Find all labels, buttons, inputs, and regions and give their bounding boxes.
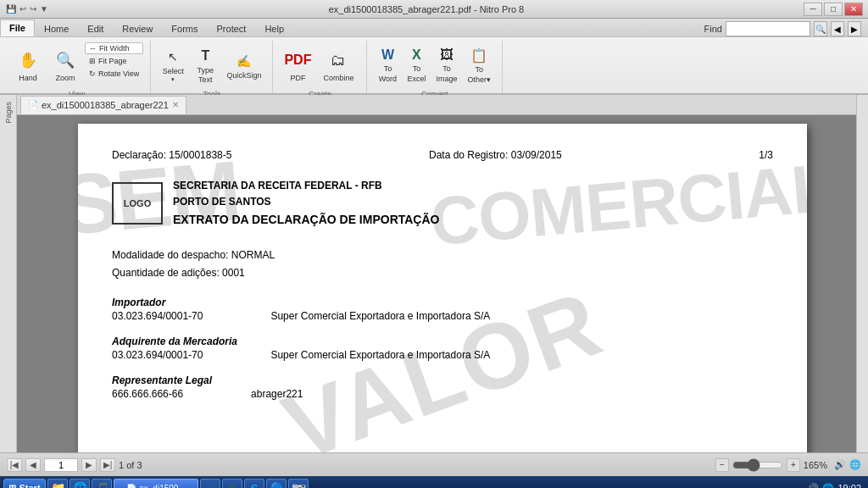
- adquirente-label: Adquirente da Mercadoria: [112, 336, 773, 347]
- tab-protect[interactable]: Protect: [208, 19, 256, 36]
- taskbar-word-icon[interactable]: W: [200, 479, 220, 488]
- zoom-slider[interactable]: [732, 462, 783, 469]
- document-area: 📄 ex_di1500018385_abrager221 ✕ Pages SEM…: [0, 95, 868, 452]
- to-image-icon: 🖼: [440, 47, 453, 63]
- prev-page-button[interactable]: ◀: [25, 458, 41, 472]
- taskbar-media-icon[interactable]: 🎵: [92, 479, 112, 488]
- find-next-button[interactable]: ▶: [848, 21, 861, 36]
- pdf-document: SEM COMERCIAL VALOR Declaração: 15/00018…: [78, 124, 807, 452]
- taskbar-excel-icon[interactable]: X: [222, 479, 242, 488]
- view-options: ↔ Fit Width ⊞ Fit Page ↻ Rotate View: [85, 42, 143, 80]
- fit-width-button[interactable]: ↔ Fit Width: [85, 42, 143, 54]
- to-other-icon: 📋: [470, 47, 487, 64]
- hand-tool-button[interactable]: ✋ Hand: [10, 42, 46, 88]
- page-input[interactable]: [44, 458, 78, 472]
- rotate-view-button[interactable]: ↻ Rotate View: [85, 68, 143, 80]
- zoom-out-button[interactable]: −: [715, 458, 729, 472]
- quicksign-label: QuickSign: [226, 71, 261, 80]
- create-group-inner: PDF PDF 🗂 Combine: [280, 41, 359, 90]
- taskbar-skype-icon[interactable]: S: [244, 479, 264, 488]
- org-name2: PORTO DE SANTOS: [173, 194, 439, 210]
- minimize-button[interactable]: ─: [804, 3, 822, 16]
- next-page-button[interactable]: ▶: [81, 458, 97, 472]
- representante-row: 666.666.666-66 abrager221: [112, 388, 773, 400]
- ribbon-group-convert: W To Word X To Excel 🖼 To Image 📋 To: [367, 41, 503, 93]
- tab-home[interactable]: Home: [35, 19, 78, 36]
- page-of-text: 1 of 3: [119, 460, 142, 470]
- to-excel-label2: Excel: [407, 75, 426, 83]
- close-button[interactable]: ✕: [844, 3, 863, 16]
- to-image-button[interactable]: 🖼 To Image: [431, 42, 461, 88]
- zoom-tool-button[interactable]: 🔍 Zoom: [47, 42, 83, 88]
- system-tray: 🔊 🌐: [834, 459, 861, 470]
- document-tab[interactable]: 📄 ex_di1500018385_abrager221 ✕: [20, 96, 186, 114]
- to-word-icon: W: [381, 47, 394, 63]
- save-icon[interactable]: 💾: [5, 3, 17, 14]
- logo-area: LOGO SECRETARIA DA RECEITA FEDERAL - RFB…: [112, 178, 773, 230]
- page-navigation: |◀ ◀ ▶ ▶| 1 of 3: [7, 458, 142, 472]
- adquirente-name: Super Comercial Exportadora e Importador…: [270, 349, 490, 361]
- taskbar-explorer-icon[interactable]: 📁: [47, 479, 68, 488]
- system-clock: 19:02: [837, 483, 865, 488]
- ribbon-group-create: PDF PDF 🗂 Combine Create: [273, 41, 367, 93]
- start-button[interactable]: ⊞ Start: [3, 479, 46, 488]
- rotate-icon: ↻: [89, 69, 96, 78]
- importador-section: Importador 03.023.694/0001-70 Super Come…: [112, 297, 773, 322]
- importador-row: 03.023.694/0001-70 Super Comercial Expor…: [112, 310, 773, 322]
- maximize-button[interactable]: □: [824, 3, 843, 16]
- taskbar-extra-icon[interactable]: 📷: [288, 479, 309, 488]
- find-prev-button[interactable]: ◀: [831, 21, 844, 36]
- zoom-in-button[interactable]: +: [787, 458, 800, 472]
- last-page-button[interactable]: ▶|: [100, 458, 115, 472]
- combine-button[interactable]: 🗂 Combine: [317, 42, 359, 88]
- representante-cpf: 666.666.666-66: [112, 388, 183, 400]
- pdf-header-row: Declaração: 15/0001838-5 Data do Registr…: [112, 149, 773, 161]
- quicksign-icon: ✍: [235, 52, 253, 70]
- logo-box: LOGO: [112, 182, 163, 225]
- undo-icon[interactable]: ↩: [19, 3, 27, 14]
- redo-icon[interactable]: ↪: [29, 3, 37, 14]
- tab-help[interactable]: Help: [255, 19, 293, 36]
- pdf-label: PDF: [290, 74, 305, 82]
- ribbon-tabs: File Home Edit Review Forms Protect Help…: [0, 19, 868, 37]
- dropdown-icon[interactable]: ▼: [39, 3, 49, 14]
- extrato-title: EXTRATO DA DECLARAÇÃO DE IMPORTAÇÃO: [173, 210, 439, 229]
- fit-page-button[interactable]: ⊞ Fit Page: [85, 55, 143, 67]
- representante-name: abrager221: [251, 388, 303, 400]
- scrollbar-right[interactable]: [856, 115, 868, 452]
- fit-width-label: Fit Width: [99, 44, 130, 53]
- zoom-area: − + 165%: [715, 458, 827, 472]
- first-page-button[interactable]: |◀: [7, 458, 22, 472]
- importador-cnpj: 03.023.694/0001-70: [112, 310, 203, 322]
- type-text-label2: Text: [198, 75, 213, 84]
- title-bar: 💾 ↩ ↪ ▼ ex_di1500018385_abrager221.pdf -…: [0, 0, 868, 19]
- to-word-button[interactable]: W To Word: [374, 42, 401, 88]
- tab-review[interactable]: Review: [113, 19, 162, 36]
- find-search-button[interactable]: 🔍: [814, 21, 827, 36]
- representante-label: Representante Legal: [112, 374, 773, 386]
- select-tool-button[interactable]: ↖ Select ▾: [158, 42, 188, 88]
- tools-group-inner: ↖ Select ▾ T Type Text ✍ QuickSign: [158, 41, 265, 90]
- select-dropdown-arrow: ▾: [171, 76, 175, 83]
- taskbar-nitro-app[interactable]: 📄 ex_di1500...: [114, 479, 198, 488]
- find-bar: Find 🔍 ◀ ▶: [704, 21, 868, 36]
- pdf-button[interactable]: PDF PDF: [280, 42, 315, 88]
- tab-forms[interactable]: Forms: [162, 19, 207, 36]
- tab-close-button[interactable]: ✕: [172, 100, 179, 109]
- hand-label: Hand: [19, 74, 37, 82]
- tab-edit[interactable]: Edit: [78, 19, 113, 36]
- to-excel-button[interactable]: X To Excel: [403, 42, 430, 88]
- taskbar-chrome-icon[interactable]: 🔵: [266, 479, 287, 488]
- hand-icon: ✋: [16, 48, 40, 72]
- find-input[interactable]: [726, 21, 810, 36]
- quicksign-button[interactable]: ✍ QuickSign: [222, 42, 265, 88]
- org-info: SECRETARIA DA RECEITA FEDERAL - RFB PORT…: [173, 178, 439, 230]
- page-number: 1/3: [759, 149, 773, 161]
- to-other-button[interactable]: 📋 To Other▾: [463, 42, 495, 88]
- title-bar-controls: ─ □ ✕: [804, 3, 863, 16]
- zoom-label: Zoom: [55, 74, 75, 82]
- tab-file[interactable]: File: [0, 19, 35, 36]
- type-text-button[interactable]: T Type Text: [190, 42, 220, 88]
- quick-access-toolbar: 💾 ↩ ↪ ▼: [5, 3, 49, 14]
- taskbar-browser-icon[interactable]: 🌐: [70, 479, 90, 488]
